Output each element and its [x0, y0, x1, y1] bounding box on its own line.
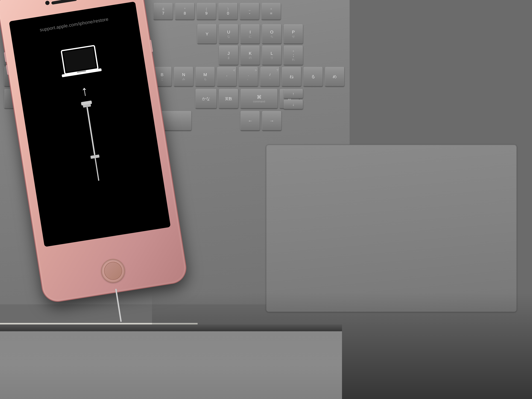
key-top-l[interactable]: L り [262, 46, 281, 65]
key-0[interactable]: ) 0 [218, 3, 238, 20]
key-arrow-right[interactable]: → [262, 111, 281, 131]
key-top-j[interactable]: J ま [219, 46, 238, 65]
restore-url: support.apple.com/iphone/restore [39, 17, 109, 33]
key-7[interactable]: & 7 [153, 3, 173, 20]
key-8[interactable]: * 8 [175, 3, 195, 20]
macbook-aluminum-bottom [0, 331, 342, 399]
key-slash[interactable]: ? / ・ [260, 67, 280, 86]
laptop-icon [57, 43, 104, 82]
svg-rect-1 [63, 48, 96, 72]
key-9[interactable]: ( 9 [197, 3, 216, 20]
key-arrow-up[interactable]: ↑ [284, 89, 303, 98]
key-o[interactable]: O ら [262, 24, 281, 44]
key-arrow-down[interactable]: ↓ [284, 100, 303, 109]
macbook-bezel-bottom [0, 324, 342, 332]
key-n[interactable]: N み [174, 67, 193, 86]
arrow-up-icon: ↑ [80, 84, 89, 98]
key-arrow-left[interactable]: ← [241, 111, 260, 131]
key-kana[interactable]: かな [196, 89, 217, 109]
key-ru[interactable]: る [303, 67, 323, 86]
key-equal[interactable]: + = [261, 3, 281, 20]
key-bottom-far[interactable]: め [325, 67, 344, 86]
key-minus[interactable]: _ - [240, 3, 259, 20]
key-m[interactable]: M も [196, 67, 215, 86]
key-comma[interactable]: < , 、 [217, 67, 236, 86]
key-eisuu[interactable]: 英数 [219, 89, 238, 109]
key-u[interactable]: U な [219, 24, 238, 44]
trackpad[interactable] [266, 144, 517, 312]
key-top-backslash[interactable]: + ; れ [284, 46, 303, 65]
key-i[interactable]: I に [241, 24, 260, 44]
key-top-k[interactable]: K の [241, 46, 260, 65]
key-y[interactable]: Y [197, 24, 217, 44]
scene-container: shift Z つ X さ C そ V B こ N み M も < , 、 [0, 0, 532, 399]
lightning-cable-icon [81, 101, 104, 182]
key-period[interactable]: > . 。 [239, 67, 258, 86]
key-command[interactable]: ⌘ command [241, 89, 278, 109]
key-ne[interactable]: ね [282, 67, 301, 86]
key-p[interactable]: P せ [284, 24, 303, 44]
